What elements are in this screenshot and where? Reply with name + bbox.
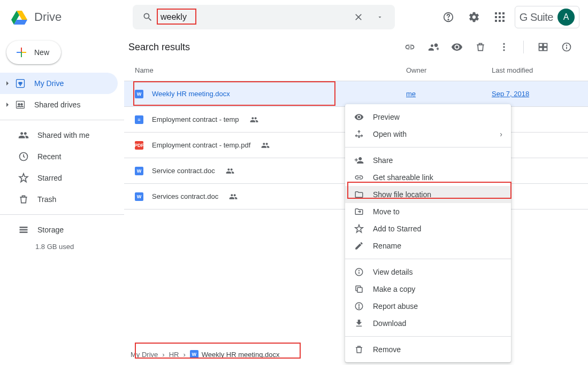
menu-item-label: Remove: [373, 345, 401, 354]
menu-item-label: Share: [373, 156, 393, 165]
svg-rect-29: [544, 43, 547, 46]
drive-logo-icon: [9, 6, 30, 28]
sidebar-item-shared-drives[interactable]: Shared drives: [0, 94, 118, 115]
menu-item-move[interactable]: Move to: [345, 203, 511, 220]
details-icon[interactable]: [556, 36, 577, 58]
menu-item-star[interactable]: Add to Starred: [345, 220, 511, 237]
word-file-icon: W: [135, 90, 143, 98]
move-icon: [354, 206, 364, 217]
menu-item-download[interactable]: Download: [345, 315, 511, 332]
svg-rect-8: [495, 16, 497, 18]
sidebar-item-starred[interactable]: Starred: [0, 167, 118, 189]
settings-icon[interactable]: [463, 6, 485, 28]
apps-grid-icon[interactable]: [489, 6, 510, 28]
menu-item-eye[interactable]: Preview: [345, 108, 511, 126]
menu-item-label: Rename: [373, 242, 401, 250]
sidebar-item-recent[interactable]: Recent: [0, 146, 118, 167]
svg-rect-9: [499, 16, 501, 18]
clear-search-icon[interactable]: [348, 6, 369, 28]
menu-item-report[interactable]: Report abuse: [345, 298, 511, 315]
file-row[interactable]: W Weekly HR meeting.docx me Sep 7, 2018: [124, 81, 588, 107]
shared-icon: [229, 192, 238, 201]
support-icon[interactable]: [438, 6, 459, 28]
menu-item-folder[interactable]: Show file location: [345, 186, 511, 203]
sidebar-item-label: Shared with me: [37, 131, 89, 139]
menu-item-label: Preview: [373, 113, 400, 121]
menu-item-copy[interactable]: Make a copy: [345, 281, 511, 298]
col-modified-header[interactable]: Last modified: [492, 66, 588, 74]
menu-item-open-with[interactable]: Open with›: [345, 126, 511, 143]
expand-icon[interactable]: [4, 81, 11, 86]
breadcrumb-item[interactable]: My Drive: [131, 351, 158, 359]
menu-item-trash[interactable]: Remove: [345, 341, 511, 358]
shared-icon: [250, 115, 258, 124]
file-name: Service contract.doc: [152, 167, 215, 175]
header-actions: G Suite A: [438, 6, 579, 28]
logo-area[interactable]: Drive: [9, 6, 133, 28]
sidebar-item-shared-with-me[interactable]: Shared with me: [0, 125, 118, 146]
storage-used: 1.8 GB used: [0, 243, 124, 251]
menu-item-link[interactable]: Get shareable link: [345, 169, 511, 186]
gsuite-badge[interactable]: G Suite A: [515, 6, 579, 28]
svg-rect-12: [499, 20, 501, 22]
search-options-dropdown-icon[interactable]: [369, 6, 391, 28]
sidebar-item-trash[interactable]: Trash: [0, 189, 118, 210]
sidebar-item-label: Storage: [37, 226, 64, 234]
svg-rect-31: [544, 48, 547, 51]
download-icon: [354, 318, 364, 329]
word-file-icon: W: [135, 192, 143, 201]
menu-item-label: Make a copy: [373, 285, 415, 293]
sidebar-item-label: Trash: [37, 195, 56, 204]
divider: [345, 147, 511, 147]
sidebar-item-my-drive[interactable]: My Drive: [0, 73, 118, 94]
word-file-icon: W: [190, 350, 198, 359]
col-name-header[interactable]: Name: [124, 66, 406, 74]
menu-item-label: Open with: [373, 130, 407, 138]
shared-icon: [261, 141, 270, 150]
svg-rect-28: [539, 43, 543, 46]
search-icon[interactable]: [137, 6, 158, 28]
app-name: Drive: [34, 10, 62, 24]
sidebar-item-label: Recent: [37, 152, 61, 161]
svg-rect-22: [20, 227, 28, 228]
search-box: [133, 5, 395, 29]
remove-icon[interactable]: [470, 36, 491, 58]
mydrive-icon: [14, 77, 27, 90]
menu-item-person-add[interactable]: Share: [345, 152, 511, 169]
share-icon[interactable]: [423, 36, 444, 58]
svg-point-26: [503, 46, 505, 48]
report-icon: [354, 301, 364, 312]
expand-icon[interactable]: [4, 102, 11, 107]
svg-point-19: [18, 104, 20, 105]
preview-icon[interactable]: [446, 36, 468, 58]
menu-item-rename[interactable]: Rename: [345, 237, 511, 254]
breadcrumb-item[interactable]: HR: [169, 351, 179, 359]
view-toggle-icon[interactable]: [532, 36, 554, 58]
breadcrumb-current[interactable]: W Weekly HR meeting.docx: [190, 350, 280, 359]
col-owner-header[interactable]: Owner: [406, 66, 492, 74]
svg-rect-24: [20, 231, 28, 233]
person-add-icon: [354, 155, 364, 166]
clock-icon: [17, 150, 30, 163]
sidebar-item-storage[interactable]: Storage: [0, 219, 118, 240]
word-file-icon: W: [135, 167, 143, 175]
svg-point-25: [503, 43, 505, 45]
gsuite-label: G Suite: [520, 11, 553, 24]
file-name: Employment contract - temp.pdf: [152, 141, 250, 149]
chevron-right-icon: ›: [500, 130, 502, 138]
divider: [523, 41, 524, 53]
more-options-icon[interactable]: [493, 36, 515, 58]
svg-rect-5: [495, 12, 497, 14]
search-input[interactable]: [158, 12, 348, 22]
menu-item-info[interactable]: View details: [345, 263, 511, 281]
new-button[interactable]: New: [6, 41, 61, 64]
toolbar-actions: [399, 36, 577, 58]
svg-point-41: [358, 308, 359, 308]
sidebar: New My Drive Shared drives S: [0, 34, 124, 365]
avatar[interactable]: A: [558, 9, 575, 26]
svg-rect-16: [17, 52, 21, 53]
svg-rect-30: [539, 48, 543, 51]
get-link-icon[interactable]: [399, 36, 421, 58]
star-icon: [354, 223, 364, 234]
svg-rect-6: [499, 12, 501, 14]
